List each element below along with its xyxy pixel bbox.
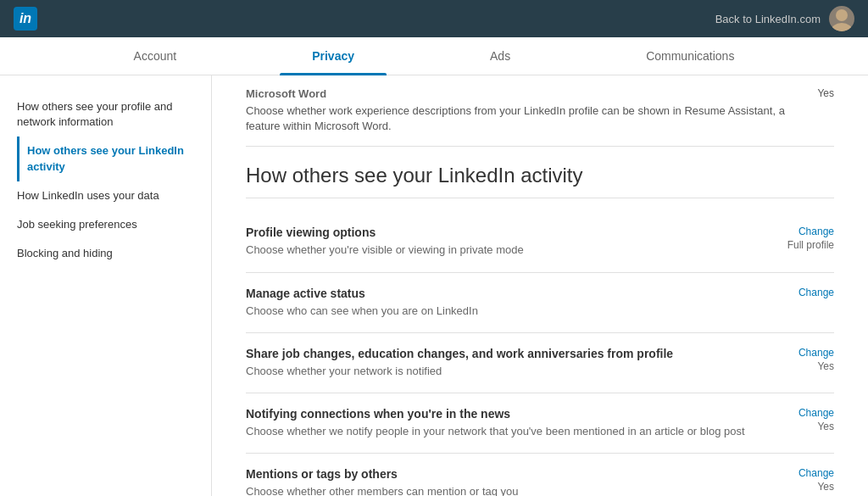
setting-mentions-tags-desc: Choose whether other members can mention…	[246, 484, 758, 496]
sidebar-item-profile-network[interactable]: How others see your profile and network …	[17, 92, 211, 137]
setting-profile-viewing-status: Full profile	[775, 239, 834, 251]
top-bar: in Back to LinkedIn.com	[0, 0, 868, 37]
setting-active-status-title: Manage active status	[246, 287, 758, 300]
microsoft-banner-status: Yes	[817, 87, 834, 99]
top-bar-right: Back to LinkedIn.com	[715, 6, 854, 31]
setting-job-changes-change[interactable]: Change	[775, 347, 834, 359]
setting-profile-viewing: Profile viewing options Choose whether y…	[246, 212, 834, 272]
setting-active-status-change[interactable]: Change	[775, 287, 834, 298]
sidebar-item-job-seeking[interactable]: Job seeking preferences	[17, 210, 211, 239]
setting-mentions-tags: Mentions or tags by others Choose whethe…	[246, 454, 834, 496]
microsoft-banner-description: Choose whether work experience descripti…	[246, 103, 800, 134]
content-area: Microsoft Word Choose whether work exper…	[212, 75, 868, 496]
sidebar: How others see your profile and network …	[0, 75, 212, 496]
setting-notifying-connections-title: Notifying connections when you're in the…	[246, 407, 758, 421]
tab-communications[interactable]: Communications	[578, 37, 802, 75]
setting-mentions-tags-status: Yes	[775, 481, 834, 493]
linkedin-logo: in	[14, 7, 37, 31]
section-heading: How others see your LinkedIn activity	[246, 164, 834, 198]
setting-mentions-tags-title: Mentions or tags by others	[246, 467, 758, 481]
setting-job-changes-title: Share job changes, education changes, an…	[246, 347, 758, 360]
setting-active-status: Manage active status Choose who can see …	[246, 273, 834, 333]
setting-profile-viewing-desc: Choose whether you're visible or viewing…	[246, 242, 758, 258]
setting-active-status-action: Change	[775, 287, 834, 300]
sidebar-item-blocking[interactable]: Blocking and hiding	[17, 239, 211, 268]
sidebar-item-linkedin-activity[interactable]: How others see your LinkedIn activity	[17, 137, 211, 181]
tab-navigation: Account Privacy Ads Communications	[0, 37, 868, 75]
user-avatar[interactable]	[829, 6, 854, 31]
setting-profile-viewing-title: Profile viewing options	[246, 226, 758, 239]
microsoft-banner-title: Microsoft Word	[246, 87, 800, 100]
tab-account[interactable]: Account	[66, 37, 245, 75]
setting-job-changes-desc: Choose whether your network is notified	[246, 364, 758, 379]
back-to-linkedin-link[interactable]: Back to LinkedIn.com	[715, 13, 821, 25]
setting-profile-viewing-action: Change Full profile	[775, 226, 834, 251]
svg-point-1	[831, 23, 853, 31]
setting-active-status-desc: Choose who can see when you are on Linke…	[246, 304, 758, 319]
setting-job-changes-action: Change Yes	[775, 347, 834, 372]
setting-job-changes: Share job changes, education changes, an…	[246, 333, 834, 393]
setting-notifying-connections-status: Yes	[775, 421, 834, 432]
setting-mentions-tags-action: Change Yes	[775, 467, 834, 493]
setting-notifying-connections-change[interactable]: Change	[775, 407, 834, 419]
tab-ads[interactable]: Ads	[422, 37, 578, 75]
setting-mentions-tags-change[interactable]: Change	[775, 467, 834, 479]
tab-privacy[interactable]: Privacy	[244, 37, 422, 75]
setting-notifying-connections: Notifying connections when you're in the…	[246, 393, 834, 454]
setting-job-changes-status: Yes	[775, 360, 834, 372]
setting-profile-viewing-change[interactable]: Change	[775, 226, 834, 237]
main-layout: How others see your profile and network …	[0, 75, 868, 496]
setting-notifying-connections-desc: Choose whether we notify people in your …	[246, 424, 758, 439]
microsoft-banner: Microsoft Word Choose whether work exper…	[246, 75, 834, 147]
sidebar-item-linkedin-data[interactable]: How LinkedIn uses your data	[17, 181, 211, 210]
setting-notifying-connections-action: Change Yes	[775, 407, 834, 432]
svg-point-0	[836, 9, 848, 21]
